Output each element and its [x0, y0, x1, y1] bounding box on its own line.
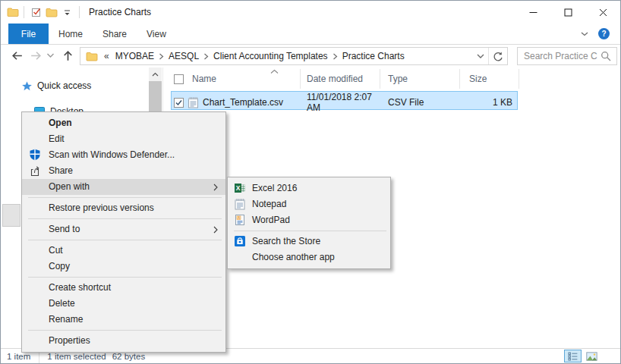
context-menu-item-share[interactable]: Share	[22, 163, 225, 179]
context-menu-item-scan-with-windows-defender[interactable]: Scan with Windows Defender...	[22, 147, 225, 163]
column-header-size[interactable]: Size	[460, 69, 519, 89]
minimize-button[interactable]	[515, 1, 550, 24]
windows-defender-icon	[29, 149, 41, 161]
search-icon[interactable]	[601, 51, 611, 61]
context-menu-item-create-shortcut[interactable]: Create shortcut	[22, 280, 225, 296]
forward-button[interactable]	[29, 49, 43, 63]
details-view-icon	[568, 352, 578, 361]
wordpad-icon: A	[234, 214, 246, 226]
explorer-window: Practice Charts File Home Share View ?	[0, 0, 621, 364]
context-menu-item-restore-previous-versions[interactable]: Restore previous versions	[22, 200, 225, 216]
column-header-date-modified[interactable]: Date modified	[301, 69, 380, 89]
open-with-item-notepad[interactable]: Notepad	[228, 196, 390, 212]
svg-text:X: X	[236, 184, 241, 192]
sidebar-item-quick-access[interactable]: Quick access	[21, 79, 91, 93]
up-button[interactable]	[61, 49, 75, 63]
folder-icon	[46, 8, 58, 17]
context-menu-item-edit[interactable]: Edit	[22, 131, 225, 147]
menu-separator	[28, 240, 222, 240]
open-with-item-excel-2016[interactable]: X Excel 2016	[228, 180, 390, 196]
open-with-item-search-the-store[interactable]: Search the Store	[228, 234, 390, 249]
address-dropdown-button[interactable]	[476, 53, 485, 60]
scrollbar-up-button[interactable]	[149, 67, 162, 80]
chevron-down-icon	[46, 52, 55, 59]
context-menu-item-delete[interactable]: Delete	[22, 296, 225, 312]
breadcrumb-item[interactable]: Practice Charts	[342, 51, 405, 61]
maximize-button[interactable]	[550, 1, 585, 24]
folder-icon	[86, 52, 98, 61]
submenu-arrow-icon	[213, 226, 218, 234]
ribbon-expand-button[interactable]	[580, 31, 589, 37]
breadcrumb-overflow[interactable]: «	[104, 51, 109, 61]
qat-customize-button[interactable]	[59, 4, 74, 20]
breadcrumb-separator-icon	[333, 53, 338, 60]
context-menu: Open Edit Scan with Windows Defender... …	[21, 111, 226, 353]
search-box	[517, 47, 617, 65]
file-row-selected[interactable]: Chart_Template.csv 11/01/2018 2:07 AM CS…	[171, 91, 518, 110]
share-icon	[29, 165, 41, 177]
tab-view[interactable]: View	[137, 24, 176, 44]
status-item-count: 1 item	[7, 352, 30, 361]
select-all-checkbox[interactable]	[174, 74, 184, 84]
search-input[interactable]	[518, 51, 601, 61]
qat-properties-button[interactable]	[29, 4, 44, 20]
breadcrumb-separator-icon	[159, 53, 164, 60]
menu-separator	[28, 218, 222, 219]
close-icon	[599, 8, 607, 17]
view-details-button[interactable]	[564, 350, 582, 362]
back-button[interactable]	[10, 49, 24, 63]
column-header-name[interactable]: Name	[171, 69, 301, 89]
chevron-up-icon	[152, 72, 159, 77]
help-button[interactable]: ?	[598, 28, 610, 39]
refresh-button[interactable]	[492, 51, 503, 62]
chevron-down-icon	[580, 31, 589, 37]
tab-home[interactable]: Home	[49, 24, 93, 44]
chevron-down-icon	[63, 8, 71, 17]
tab-file[interactable]: File	[8, 24, 49, 44]
qat-new-folder-button[interactable]	[44, 4, 59, 20]
titlebar-divider	[24, 6, 24, 18]
minimize-icon	[529, 8, 537, 17]
row-checkbox-checked[interactable]	[174, 98, 184, 108]
open-with-item-wordpad[interactable]: A WordPad	[228, 212, 390, 228]
breadcrumb-item[interactable]: AESQL	[169, 51, 199, 61]
store-icon	[234, 235, 246, 247]
address-bar[interactable]: « MYOBAE AESQL Client Accounting Templat…	[80, 47, 508, 65]
breadcrumb-item[interactable]: Client Accounting Templates	[213, 51, 328, 61]
recent-locations-button[interactable]	[46, 52, 55, 59]
refresh-icon	[492, 51, 503, 62]
app-folder-icon	[7, 7, 19, 17]
file-size: 1 KB	[460, 97, 517, 108]
view-thumbnails-button[interactable]	[583, 350, 601, 362]
context-menu-item-open-with[interactable]: Open with	[22, 179, 225, 195]
menu-separator	[28, 197, 222, 198]
window-title: Practice Charts	[89, 7, 151, 17]
arrow-right-icon	[29, 49, 43, 63]
context-menu-item-copy[interactable]: Copy	[22, 259, 225, 275]
context-menu-item-open[interactable]: Open	[22, 115, 225, 131]
context-menu-item-properties[interactable]: Properties	[22, 333, 225, 349]
context-menu-item-cut[interactable]: Cut	[22, 243, 225, 259]
checkbox-red-check-icon	[31, 7, 42, 17]
file-date-modified: 11/01/2018 2:07 AM	[301, 92, 380, 113]
column-header-type[interactable]: Type	[380, 69, 460, 89]
address-divider	[488, 48, 489, 64]
csv-file-icon	[188, 96, 199, 108]
open-with-item-choose-another-app[interactable]: Choose another app	[228, 249, 390, 265]
navigation-bar: « MYOBAE AESQL Client Accounting Templat…	[1, 45, 620, 68]
tab-share[interactable]: Share	[93, 24, 137, 44]
file-name: Chart_Template.csv	[203, 97, 283, 108]
excel-icon: X	[234, 182, 246, 194]
chevron-down-icon	[476, 53, 485, 60]
menu-separator	[28, 277, 222, 278]
breadcrumb-item[interactable]: MYOBAE	[115, 51, 154, 61]
arrow-up-icon	[61, 49, 75, 63]
close-button[interactable]	[585, 1, 620, 24]
star-icon	[21, 80, 33, 92]
breadcrumb-separator-icon	[203, 53, 209, 60]
title-bar: Practice Charts	[1, 1, 620, 24]
sort-ascending-icon	[270, 69, 279, 74]
context-menu-item-send-to[interactable]: Send to	[22, 221, 225, 237]
context-menu-item-rename[interactable]: Rename	[22, 312, 225, 328]
submenu-arrow-icon	[213, 184, 218, 191]
